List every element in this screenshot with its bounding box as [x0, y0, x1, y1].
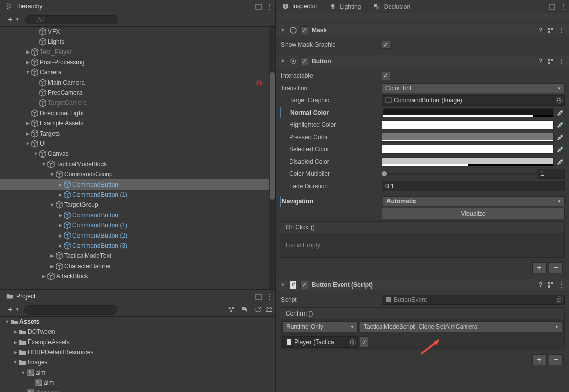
- foldout-icon[interactable]: ▼: [49, 172, 55, 177]
- filter-by-label[interactable]: [239, 305, 250, 315]
- pressed-color-swatch[interactable]: [382, 133, 554, 142]
- tab-project[interactable]: Project: [0, 291, 41, 303]
- hierarchy-item[interactable]: Main Camera🐞: [0, 77, 275, 88]
- foldout-icon[interactable]: ▶: [41, 274, 47, 279]
- create-button[interactable]: ＋▼: [3, 13, 22, 26]
- target-graphic-field[interactable]: CommandButton (Image)⊙: [382, 95, 565, 106]
- foldout-icon[interactable]: ▶: [24, 121, 31, 126]
- method-dropdown[interactable]: TacticalModeScript_Clone.SetAimCamera▼: [360, 321, 562, 332]
- project-item[interactable]: ▼aim: [0, 368, 275, 378]
- transition-dropdown[interactable]: Color Tint▼: [382, 83, 565, 93]
- component-menu[interactable]: ⋮: [559, 27, 565, 34]
- hidden-toggle[interactable]: [252, 305, 264, 315]
- detach-button[interactable]: [253, 292, 264, 301]
- project-item[interactable]: ▶ExampleAssets: [0, 337, 275, 347]
- color-multiplier-slider[interactable]: [382, 169, 535, 179]
- hierarchy-item[interactable]: ▶Test_Player: [0, 47, 275, 57]
- highlighted-color-swatch[interactable]: [382, 120, 554, 129]
- remove-confirm-listener-button[interactable]: −: [549, 354, 563, 365]
- project-create-button[interactable]: ＋▼: [3, 303, 22, 316]
- hierarchy-item[interactable]: ▶Post-Processing: [0, 57, 275, 67]
- project-item[interactable]: ▶HDRPDefaultResources: [0, 347, 275, 357]
- foldout-icon[interactable]: ▶: [24, 49, 31, 55]
- foldout-icon[interactable]: ▼: [24, 70, 31, 75]
- component-menu[interactable]: ⋮: [559, 58, 565, 65]
- hierarchy-item[interactable]: ▼Camera: [0, 67, 275, 77]
- hierarchy-item[interactable]: VFX: [0, 27, 275, 37]
- hierarchy-item[interactable]: ▶CommandButton (1)›: [0, 220, 275, 230]
- help-icon[interactable]: ?: [539, 58, 542, 65]
- fade-duration-input[interactable]: 0.1: [382, 181, 565, 191]
- preset-icon[interactable]: [548, 282, 554, 288]
- hierarchy-item[interactable]: ▼Canvas: [0, 149, 275, 159]
- foldout-icon[interactable]: ▼: [280, 28, 286, 33]
- event-target-field[interactable]: Player (Tactica⊙: [282, 336, 358, 348]
- hierarchy-item[interactable]: ▶Example Assets: [0, 118, 275, 128]
- project-item[interactable]: ▼Assets: [0, 317, 275, 327]
- normal-color-swatch[interactable]: [383, 108, 554, 117]
- foldout-icon[interactable]: ▶: [57, 213, 63, 218]
- preset-icon[interactable]: [548, 58, 554, 64]
- show-mask-graphic-checkbox[interactable]: ✓: [382, 41, 390, 49]
- color-multiplier-input[interactable]: 1: [537, 169, 565, 179]
- foldout-icon[interactable]: ▶: [57, 223, 63, 228]
- eyedropper-icon[interactable]: 💉: [556, 120, 565, 129]
- hierarchy-item[interactable]: ▼CommandsGroup: [0, 169, 275, 179]
- foldout-icon[interactable]: ▶: [49, 264, 55, 269]
- hierarchy-item[interactable]: ▼TacticalModeBlock: [0, 159, 275, 169]
- panel-menu[interactable]: ⋮: [264, 2, 275, 11]
- detach-button[interactable]: [253, 2, 264, 11]
- button-enabled-checkbox[interactable]: ✓: [300, 57, 308, 65]
- project-item[interactable]: ▶diagonal: [0, 388, 275, 392]
- hierarchy-item[interactable]: ▶AttackBlock: [0, 271, 275, 281]
- foldout-icon[interactable]: ▼: [4, 319, 10, 324]
- mask-enabled-checkbox[interactable]: ✓: [300, 26, 308, 34]
- visualize-button[interactable]: Visualize: [382, 208, 565, 219]
- eyedropper-icon[interactable]: 💉: [556, 145, 565, 154]
- add-confirm-listener-button[interactable]: +: [532, 354, 547, 365]
- buttonevent-component-header[interactable]: ▼ # ✓ Button Event (Script) ? ⋮: [276, 279, 569, 291]
- foldout-icon[interactable]: ▼: [49, 202, 55, 207]
- help-icon[interactable]: ?: [539, 281, 542, 289]
- hierarchy-item[interactable]: ▼UI: [0, 139, 275, 149]
- foldout-icon[interactable]: ▼: [41, 162, 47, 167]
- eyedropper-icon[interactable]: 💉: [556, 133, 565, 142]
- project-search-input[interactable]: [24, 305, 117, 315]
- foldout-icon[interactable]: ▶: [57, 243, 63, 248]
- detach-button[interactable]: [547, 2, 558, 11]
- foldout-icon[interactable]: ▶: [12, 339, 18, 345]
- eyedropper-icon[interactable]: 💉: [556, 157, 565, 166]
- selected-color-swatch[interactable]: [382, 145, 554, 154]
- interactable-checkbox[interactable]: ✓: [382, 72, 390, 80]
- hierarchy-item[interactable]: ▶CommandButton (1)›: [0, 190, 275, 200]
- object-picker-icon[interactable]: ⊙: [349, 338, 356, 346]
- foldout-icon[interactable]: ▼: [12, 360, 18, 365]
- hierarchy-item[interactable]: ▶CharacterBanner: [0, 261, 275, 271]
- eyedropper-icon[interactable]: 💉: [556, 108, 565, 117]
- foldout-icon[interactable]: ▶: [24, 60, 31, 65]
- foldout-icon[interactable]: ▶: [57, 182, 63, 187]
- event-bool-arg-checkbox[interactable]: ✓: [360, 336, 368, 348]
- filter-by-type[interactable]: [226, 305, 237, 315]
- project-tree[interactable]: ▼Assets▶DOTween▶ExampleAssets▶HDRPDefaul…: [0, 317, 275, 392]
- foldout-icon[interactable]: ▼: [280, 282, 286, 288]
- foldout-icon[interactable]: ▼: [20, 370, 27, 375]
- hierarchy-item[interactable]: Lights: [0, 37, 275, 47]
- hierarchy-item[interactable]: ▶CommandButton (2)›: [0, 230, 275, 241]
- foldout-icon[interactable]: ▶: [57, 192, 63, 197]
- preset-icon[interactable]: [548, 27, 554, 33]
- foldout-icon[interactable]: ▶: [57, 233, 63, 238]
- remove-listener-button[interactable]: −: [549, 262, 563, 273]
- object-picker-icon[interactable]: ⊙: [556, 296, 563, 303]
- mask-component-header[interactable]: ▼ ✓ Mask ? ⋮: [276, 24, 569, 36]
- hierarchy-item[interactable]: ▼TargetGroup: [0, 200, 275, 210]
- foldout-icon[interactable]: ▼: [280, 59, 286, 64]
- foldout-icon[interactable]: ▶: [24, 131, 31, 136]
- hierarchy-item[interactable]: ▶CommandButton›: [0, 210, 275, 220]
- hierarchy-item[interactable]: Directional Light: [0, 108, 275, 118]
- tab-lighting[interactable]: Lighting: [323, 1, 367, 12]
- button-component-header[interactable]: ▼ ✓ Button ? ⋮: [276, 55, 569, 67]
- hierarchy-item[interactable]: ▶TacticalModeText: [0, 251, 275, 261]
- hierarchy-search-input[interactable]: [25, 15, 118, 24]
- component-menu[interactable]: ⋮: [559, 281, 565, 289]
